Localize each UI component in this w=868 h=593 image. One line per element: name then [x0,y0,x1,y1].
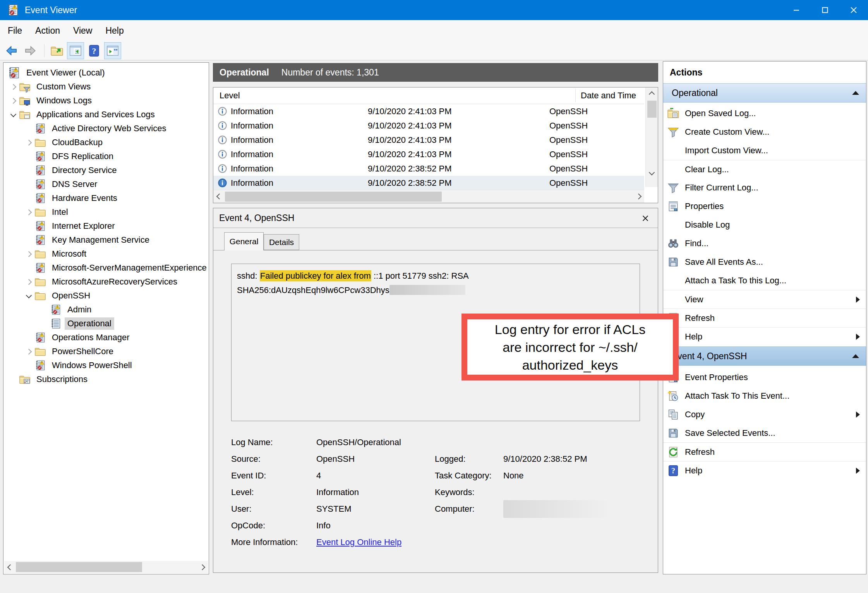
event-row[interactable]: Information9/10/2020 2:41:03 PMOpenSSH [213,147,644,161]
chevron-down-icon[interactable] [7,109,19,120]
menu-help[interactable]: Help [99,26,130,36]
maximize-button[interactable] [811,0,839,20]
event-row[interactable]: Information9/10/2020 2:41:03 PMOpenSSH [213,104,644,118]
tab-general[interactable]: General [224,232,264,250]
scroll-left-icon[interactable] [4,561,16,573]
tree-item-powershellcore[interactable]: PowerShellCore [3,344,209,358]
chevron-right-icon[interactable] [7,95,19,106]
event-level: Information [231,164,273,174]
chevron-right-icon[interactable] [23,248,34,260]
open-log-icon [667,107,679,120]
tree-item-directory-service[interactable]: Directory Service [3,163,209,177]
scroll-right-icon[interactable] [633,191,644,202]
column-header-level[interactable]: Level [220,87,240,104]
tree-item-internet-explorer[interactable]: Internet Explorer [3,219,209,233]
scroll-left-icon[interactable] [213,191,225,202]
event-row[interactable]: Information9/10/2020 2:41:03 PMOpenSSH [213,118,644,133]
console-tree-toggle-button[interactable] [67,42,84,59]
action-find[interactable]: Find... [663,234,866,253]
tree-item-dns-server[interactable]: DNS Server [3,177,209,191]
actions-group-event-4-openssh[interactable]: Event 4, OpenSSH [663,346,866,366]
tree-item-key-management-service[interactable]: Key Management Service [3,233,209,247]
tree-scrollbar-thumb[interactable] [16,562,142,572]
event-list-horizontal-scrollbar[interactable] [213,190,644,203]
tree-item-dfs-replication[interactable]: DFS Replication [3,149,209,163]
close-button[interactable] [839,0,868,20]
action-refresh[interactable]: Refresh [663,308,866,327]
chevron-right-icon[interactable] [23,206,34,218]
action-refresh[interactable]: Refresh [663,442,866,461]
collapse-icon[interactable] [852,91,859,95]
help-icon: ? [87,44,101,57]
chevron-down-icon[interactable] [23,290,34,302]
action-view[interactable]: View [663,290,866,308]
scroll-right-icon[interactable] [196,561,208,573]
menu-view[interactable]: View [67,26,99,36]
event-row[interactable]: Information9/10/2020 2:38:52 PMOpenSSH [213,161,644,176]
action-create-custom-view[interactable]: Create Custom View... [663,123,866,141]
tree-item-hardware-events[interactable]: Hardware Events [3,191,209,205]
help-button[interactable]: ? [86,42,103,59]
tree-item-label: Hardware Events [49,192,120,204]
action-open-saved-log[interactable]: Open Saved Log... [663,104,866,123]
scroll-up-icon[interactable] [646,88,658,100]
chevron-right-icon[interactable] [23,276,34,288]
action-help[interactable]: ?Help [663,327,866,346]
action-clear-log[interactable]: Clear Log... [663,160,866,178]
action-save-all-events-as[interactable]: Save All Events As... [663,253,866,271]
tree-item-admin[interactable]: Admin [3,303,209,317]
action-attach-task-to-this-event[interactable]: Attach Task To This Event... [663,387,866,405]
action-event-properties[interactable]: Event Properties [663,368,866,387]
event-row[interactable]: Information9/10/2020 2:41:03 PMOpenSSH [213,133,644,147]
column-header-date[interactable]: Date and Time [581,87,636,104]
menu-action[interactable]: Action [29,26,67,36]
tree-horizontal-scrollbar[interactable] [4,561,208,573]
action-disable-log[interactable]: Disable Log [663,216,866,234]
action-attach-a-task-to-this-log[interactable]: Attach a Task To this Log... [663,271,866,290]
export-button[interactable] [48,42,65,59]
tree-item-intel[interactable]: Intel [3,205,209,219]
action-filter-current-log[interactable]: Filter Current Log... [663,178,866,197]
tree-item-subscriptions[interactable]: Subscriptions [3,372,209,386]
scroll-down-icon[interactable] [646,166,658,178]
event-log-icon [34,360,46,371]
menu-file[interactable]: File [1,26,29,36]
event-list-hscrollbar-thumb[interactable] [225,192,442,202]
tree-item-openssh[interactable]: OpenSSH [3,289,209,303]
tree-item-applications-and-services-logs[interactable]: Applications and Services Logs [3,108,209,122]
chevron-right-icon[interactable] [7,81,19,93]
event-list-vertical-scrollbar[interactable] [645,87,658,187]
action-pane-toggle-button[interactable] [104,42,121,59]
tree-item-microsoft-servermanagementexperience[interactable]: Microsoft-ServerManagementExperience [3,261,209,275]
event-log-online-help-link[interactable]: Event Log Online Help [316,537,401,547]
tree-item-custom-views[interactable]: Custom Views [3,80,209,94]
tree-item-windows-powershell[interactable]: Windows PowerShell [3,358,209,372]
chevron-right-icon[interactable] [23,137,34,148]
actions-pane-title: Actions [663,62,866,83]
event-list-scrollbar-thumb[interactable] [647,101,657,118]
tree-item-operations-manager[interactable]: Operations Manager [3,331,209,344]
actions-group-operational[interactable]: Operational [663,83,866,103]
collapse-icon[interactable] [852,354,859,358]
tree-item-cloudbackup[interactable]: CloudBackup [3,135,209,149]
event-log-plain-icon [50,318,62,329]
event-row[interactable]: Information9/10/2020 2:38:52 PMOpenSSH [213,176,644,190]
action-help[interactable]: ?Help [663,461,866,480]
tree-item-microsoft[interactable]: Microsoft [3,247,209,261]
action-label: Disable Log [685,220,730,230]
action-copy[interactable]: Copy [663,405,866,424]
tab-details[interactable]: Details [264,234,299,250]
close-detail-icon[interactable] [640,213,651,224]
tree-item-microsoftazurerecoveryservices[interactable]: MicrosoftAzureRecoveryServices [3,275,209,289]
action-properties[interactable]: Properties [663,197,866,216]
tree-item-windows-logs[interactable]: Windows Logs [3,94,209,108]
chevron-right-icon[interactable] [23,346,34,357]
minimize-button[interactable] [782,0,811,20]
action-import-custom-view[interactable]: Import Custom View... [663,141,866,160]
tree-item-event-viewer-local[interactable]: Event Viewer (Local) [3,66,209,80]
action-save-selected-events[interactable]: Save Selected Events... [663,424,866,442]
forward-button[interactable] [22,42,39,59]
tree-item-operational[interactable]: Operational [3,317,209,331]
tree-item-active-directory-web-services[interactable]: Active Directory Web Services [3,122,209,135]
back-button[interactable] [3,42,20,59]
